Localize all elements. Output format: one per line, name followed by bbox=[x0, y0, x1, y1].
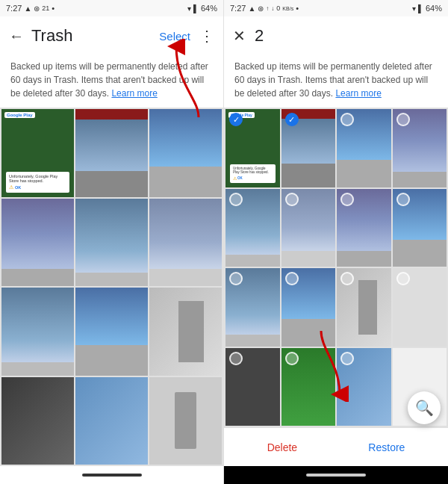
time-right: 7:27 bbox=[230, 4, 246, 13]
grid-row-1: Google Play Unfortunately, Google Play S… bbox=[1, 109, 222, 197]
nav-bar-left bbox=[0, 466, 223, 484]
signal-bars-icon: ▌ bbox=[193, 4, 199, 13]
photo-cell-laptop3-right[interactable] bbox=[393, 189, 447, 267]
blurred-figure bbox=[178, 301, 204, 362]
photo-cell-laptop3-left[interactable] bbox=[75, 288, 148, 376]
home-indicator-left bbox=[82, 474, 142, 477]
blurred-figure-r bbox=[358, 280, 377, 335]
left-panel: 7:27 ▲ ⊛ 21 • ▾ ▌ 64% ← Trash Select ⋮ B… bbox=[0, 0, 224, 484]
data-down-icon: ↓ bbox=[271, 5, 274, 12]
photo-cell-gplay-right[interactable]: Google Play Unfortunately, Google Play S… bbox=[225, 109, 280, 187]
photo-cell-gray-left[interactable] bbox=[149, 288, 222, 376]
signal-icon-r: ▲ bbox=[248, 4, 255, 13]
select-circle-15[interactable] bbox=[340, 352, 354, 365]
select-circle-10[interactable] bbox=[285, 272, 299, 285]
count-bar: ✕ 2 bbox=[224, 16, 448, 55]
battery-left: 64% bbox=[201, 4, 217, 13]
app-bar-left: ← Trash Select ⋮ bbox=[0, 16, 223, 55]
close-button[interactable]: ✕ bbox=[233, 27, 246, 45]
status-time-left: 7:27 ▲ ⊛ 21 • bbox=[6, 4, 55, 13]
photo-cell-screen4-right[interactable] bbox=[337, 189, 391, 267]
select-circle-checked-1[interactable]: ✓ bbox=[229, 113, 243, 126]
select-circle-3[interactable] bbox=[340, 113, 354, 126]
dot-icon-r: • bbox=[296, 4, 299, 13]
photo-cell-light-left[interactable] bbox=[149, 377, 222, 465]
photo-cell-laptop2-right[interactable] bbox=[337, 109, 391, 187]
photo-cell-laptop1-right[interactable]: ✓ bbox=[281, 109, 336, 187]
photo-cell-laptop2-left[interactable] bbox=[149, 109, 222, 197]
delete-button[interactable]: Delete bbox=[267, 441, 297, 453]
grid-row-r1: Google Play Unfortunately, Google Play S… bbox=[225, 109, 447, 187]
info-text-left: Backed up items will be permanently dele… bbox=[0, 55, 223, 108]
battery-right: 64% bbox=[426, 4, 442, 13]
signal-icon: ▲ bbox=[24, 4, 31, 13]
app-bar-right-section: Select ⋮ bbox=[159, 27, 214, 45]
data-up-icon: ↑ bbox=[266, 5, 269, 12]
select-button[interactable]: Select bbox=[159, 30, 190, 43]
back-button[interactable]: ← bbox=[9, 28, 24, 45]
photo-cell-laptop1-left[interactable] bbox=[75, 109, 148, 197]
bottom-actions: Delete Restore bbox=[224, 427, 448, 466]
select-circle-5[interactable] bbox=[229, 193, 243, 206]
status-time-right: 7:27 ▲ ⊛ ↑ ↓ 0 KB/s • bbox=[230, 4, 299, 13]
wifi-bars-icon: ▾ bbox=[187, 4, 191, 13]
more-options-icon[interactable]: ⋮ bbox=[199, 27, 214, 45]
grid-row-3 bbox=[1, 288, 222, 376]
photo-cell-gplay-left[interactable]: Google Play Unfortunately, Google Play S… bbox=[1, 109, 74, 197]
data-label: 0 bbox=[276, 4, 280, 12]
photo-cell-screen2-right[interactable] bbox=[225, 189, 280, 267]
learn-more-link-left[interactable]: Learn more bbox=[111, 88, 157, 99]
page-title: Trash bbox=[31, 26, 72, 46]
app-bar-left-section: ← Trash bbox=[9, 26, 159, 46]
select-circle-12[interactable] bbox=[396, 272, 410, 285]
photo-cell-dark1-left[interactable] bbox=[1, 377, 74, 465]
status-bar-left: 7:27 ▲ ⊛ 21 • ▾ ▌ 64% bbox=[0, 0, 223, 16]
grid-row-r3 bbox=[225, 268, 447, 347]
select-circle-7[interactable] bbox=[340, 193, 354, 206]
learn-more-link-right[interactable]: Learn more bbox=[335, 88, 381, 99]
gplay-dialog-r: Unfortunately, Google Play Store has sto… bbox=[230, 164, 276, 183]
photo-cell-screen2-left[interactable] bbox=[75, 199, 148, 287]
select-circle-11[interactable] bbox=[340, 272, 354, 285]
zoom-icon: 🔍 bbox=[415, 399, 434, 417]
warning-icon: ⚠ bbox=[9, 184, 13, 190]
signal-bars-icon-r: ▌ bbox=[418, 4, 423, 13]
photo-cell-screen5-right[interactable] bbox=[225, 268, 280, 347]
gplay-dialog: Unfortunately, Google Play Store has sto… bbox=[6, 172, 69, 193]
select-circle-4[interactable] bbox=[396, 113, 410, 126]
selection-count: 2 bbox=[255, 26, 439, 46]
home-indicator-right bbox=[306, 474, 366, 477]
photo-cell-screen1-right[interactable] bbox=[393, 109, 447, 187]
zoom-fab[interactable]: 🔍 bbox=[408, 391, 441, 424]
select-circle-6[interactable] bbox=[285, 193, 299, 206]
wifi-icon-r: ⊛ bbox=[258, 4, 264, 13]
status-right-right: ▾ ▌ 64% bbox=[412, 4, 442, 13]
info-text-right: Backed up items will be permanently dele… bbox=[224, 55, 448, 108]
select-circle-13[interactable] bbox=[229, 352, 243, 365]
photo-cell-grass-right[interactable] bbox=[281, 348, 336, 426]
blurred-figure2 bbox=[175, 392, 196, 449]
restore-button[interactable]: Restore bbox=[368, 441, 405, 453]
photo-cell-dark-right[interactable] bbox=[225, 348, 280, 426]
select-circle-8[interactable] bbox=[396, 193, 410, 206]
data-unit: KB/s bbox=[282, 6, 293, 11]
status-right-left: ▾ ▌ 64% bbox=[187, 4, 217, 13]
photo-cell-laptop4-right[interactable] bbox=[281, 268, 336, 347]
photo-cell-screen3-right[interactable] bbox=[281, 189, 336, 267]
select-circle-9[interactable] bbox=[229, 272, 243, 285]
photo-cell-blue-left[interactable] bbox=[75, 377, 148, 465]
gplay-logo: Google Play bbox=[4, 112, 35, 118]
gplay-overlay: Google Play Unfortunately, Google Play S… bbox=[1, 109, 74, 197]
photo-cell-blue-right[interactable] bbox=[337, 348, 391, 426]
photo-cell-screen4-left[interactable] bbox=[1, 288, 74, 376]
data-icon: 21 bbox=[42, 4, 49, 12]
photo-cell-screen3-left[interactable] bbox=[149, 199, 222, 287]
photo-cell-light-right[interactable] bbox=[393, 268, 447, 347]
select-circle-checked-2[interactable]: ✓ bbox=[285, 113, 299, 126]
nav-bar-right bbox=[224, 466, 448, 484]
wifi-bars-icon-r: ▾ bbox=[412, 4, 416, 13]
select-circle-14[interactable] bbox=[285, 352, 299, 365]
photo-cell-gray-right[interactable] bbox=[337, 268, 391, 347]
photo-cell-screen1-left[interactable] bbox=[1, 199, 74, 287]
warning-icon-r: ⚠ bbox=[233, 176, 237, 181]
